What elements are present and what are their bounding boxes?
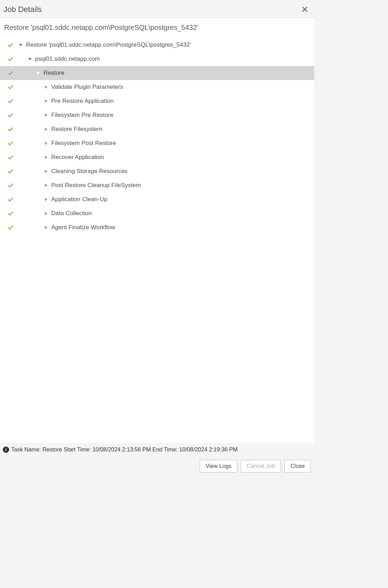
chevron-right-icon	[45, 113, 47, 117]
expand-toggle[interactable]	[27, 58, 33, 60]
tree-row-step[interactable]: Post Restore Cleanup FileSystem	[0, 178, 314, 192]
chevron-right-icon	[45, 85, 47, 89]
tree-label: Data Collection	[51, 210, 92, 217]
status-icon-slot	[6, 98, 15, 104]
check-icon	[7, 168, 14, 174]
chevron-right-icon	[45, 127, 47, 131]
expand-toggle[interactable]	[43, 226, 49, 229]
status-icon-slot	[6, 210, 15, 217]
tree-row-step[interactable]: Recover Application	[0, 150, 314, 164]
check-icon	[7, 70, 14, 76]
expand-toggle[interactable]	[43, 127, 49, 131]
tree-label: Restore Filesystem	[51, 126, 102, 133]
chevron-right-icon	[45, 170, 47, 173]
expand-toggle[interactable]	[43, 170, 49, 173]
tree-row-step[interactable]: Application Clean-Up	[0, 192, 314, 206]
tree-label: Restore	[44, 70, 65, 77]
status-icon-slot	[6, 84, 15, 90]
tree-label: Validate Plugin Parameters	[51, 84, 123, 91]
expand-toggle[interactable]	[18, 44, 24, 46]
tree-row-step[interactable]: Data Collection	[0, 206, 314, 220]
chevron-right-icon	[45, 156, 47, 159]
tree-row-step[interactable]: Cleaning Storage Resources	[0, 164, 314, 178]
tree-label: psql01.sddc.netapp.com	[35, 55, 100, 62]
tree-row-restore[interactable]: Restore	[0, 66, 314, 80]
chevron-right-icon	[45, 198, 47, 201]
status-text: Task Name: Restore Start Time: 10/08/202…	[11, 447, 238, 453]
dialog-footer: View Logs Cancel Job Close	[0, 456, 314, 477]
check-icon	[7, 42, 14, 48]
tree-label: Agent Finalize Workflow	[51, 224, 115, 231]
check-icon	[7, 210, 14, 217]
tree-label: Post Restore Cleanup FileSystem	[51, 182, 141, 189]
dialog-header: Job Details ✕	[0, 0, 314, 18]
chevron-right-icon	[45, 99, 47, 103]
tree-row-step[interactable]: Filesystem Post Restore	[0, 136, 314, 150]
close-button[interactable]: Close	[284, 460, 311, 473]
tree-row-root[interactable]: Restore 'psql01.sddc.netapp.com\PostgreS…	[0, 38, 314, 52]
chevron-down-icon	[37, 72, 40, 74]
tree-label: Recover Application	[51, 154, 104, 161]
status-icon-slot	[6, 154, 15, 160]
status-bar: i Task Name: Restore Start Time: 10/08/2…	[0, 443, 314, 456]
chevron-right-icon	[45, 212, 47, 215]
job-subtitle: Restore 'psql01.sddc.netapp.com\PostgreS…	[0, 24, 314, 37]
status-icon-slot	[6, 42, 15, 48]
tree-label: Restore 'psql01.sddc.netapp.com\PostgreS…	[26, 41, 191, 48]
tree-label: Application Clean-Up	[51, 196, 107, 203]
expand-toggle[interactable]	[35, 72, 41, 74]
tree-row-step[interactable]: Restore Filesystem	[0, 122, 314, 136]
close-icon[interactable]: ✕	[300, 5, 309, 14]
check-icon	[7, 56, 14, 62]
tree-row-host[interactable]: psql01.sddc.netapp.com	[0, 52, 314, 66]
expand-toggle[interactable]	[43, 184, 49, 187]
check-icon	[7, 154, 14, 160]
check-icon	[7, 140, 14, 146]
tree-label: Filesystem Post Restore	[51, 140, 116, 147]
status-icon-slot	[6, 70, 15, 76]
view-logs-button[interactable]: View Logs	[200, 460, 238, 473]
tree-row-step[interactable]: Agent Finalize Workflow	[0, 220, 314, 234]
status-icon-slot	[6, 126, 15, 132]
status-icon-slot	[6, 168, 15, 174]
expand-toggle[interactable]	[43, 212, 49, 215]
scroll-area[interactable]: Restore 'psql01.sddc.netapp.com\PostgreS…	[0, 18, 314, 443]
dialog-body: Restore 'psql01.sddc.netapp.com\PostgreS…	[0, 18, 314, 456]
tree-row-step[interactable]: Pre Restore Application	[0, 94, 314, 108]
expand-toggle[interactable]	[43, 85, 49, 89]
status-icon-slot	[6, 140, 15, 146]
cancel-job-button[interactable]: Cancel Job	[241, 460, 281, 473]
expand-toggle[interactable]	[43, 99, 49, 103]
status-icon-slot	[6, 224, 15, 231]
check-icon	[7, 196, 14, 203]
check-icon	[7, 84, 14, 90]
status-icon-slot	[6, 56, 15, 62]
status-icon-slot	[6, 112, 15, 118]
check-icon	[7, 98, 14, 104]
info-icon: i	[3, 447, 9, 453]
check-icon	[7, 224, 14, 231]
check-icon	[7, 112, 14, 118]
tree-label: Pre Restore Application	[51, 98, 114, 105]
status-icon-slot	[6, 182, 15, 189]
expand-toggle[interactable]	[43, 113, 49, 117]
chevron-right-icon	[45, 226, 47, 229]
chevron-right-icon	[45, 184, 47, 187]
chevron-right-icon	[45, 141, 47, 145]
tree-label: Cleaning Storage Resources	[51, 168, 127, 175]
chevron-down-icon	[28, 58, 32, 60]
job-tree: Restore 'psql01.sddc.netapp.com\PostgreS…	[0, 38, 314, 234]
expand-toggle[interactable]	[43, 198, 49, 201]
expand-toggle[interactable]	[43, 141, 49, 145]
check-icon	[7, 126, 14, 132]
chevron-down-icon	[19, 44, 22, 46]
expand-toggle[interactable]	[43, 156, 49, 159]
status-icon-slot	[6, 196, 15, 203]
tree-label: Filesystem Pre Restore	[51, 112, 113, 119]
dialog-title: Job Details	[4, 5, 42, 14]
check-icon	[7, 182, 14, 189]
tree-row-step[interactable]: Filesystem Pre Restore	[0, 108, 314, 122]
tree-row-step[interactable]: Validate Plugin Parameters	[0, 80, 314, 94]
